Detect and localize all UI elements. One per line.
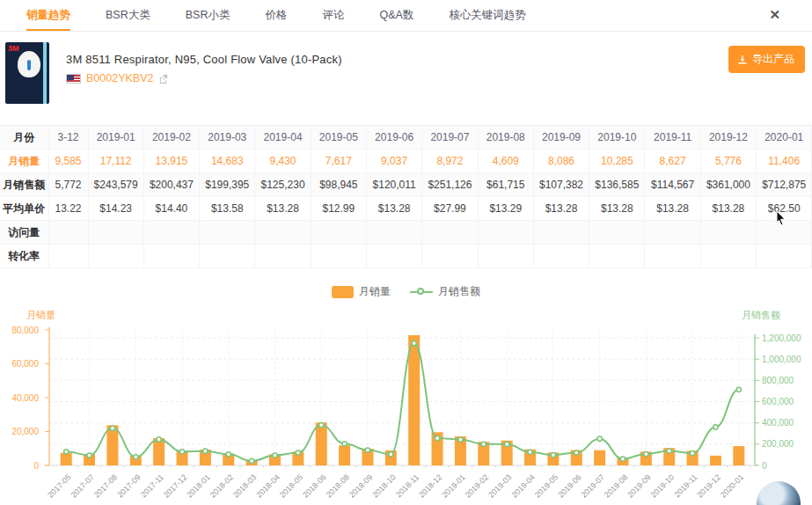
table-cell: $114,567 xyxy=(645,173,700,197)
svg-text:2019-12: 2019-12 xyxy=(695,472,721,499)
metrics-table-scroll-area[interactable]: 月份3-122019-012019-022019-032019-042019-0… xyxy=(0,125,812,268)
table-cell xyxy=(478,221,533,245)
svg-text:2017-11: 2017-11 xyxy=(139,472,165,499)
table-cell xyxy=(478,245,533,268)
tab-sales-trend[interactable]: 销量趋势 xyxy=(26,0,70,31)
table-cell xyxy=(645,221,700,245)
svg-text:800,000: 800,000 xyxy=(762,376,794,385)
svg-text:1,200,000: 1,200,000 xyxy=(762,333,801,343)
table-cell: $361,000 xyxy=(700,173,756,197)
table-cell: 13,915 xyxy=(143,150,199,173)
table-cell: 2019-06 xyxy=(366,126,421,150)
tab-bsr-main-category[interactable]: BSR大类 xyxy=(106,0,150,31)
legend-item-revenue[interactable]: 月销售额 xyxy=(410,284,480,299)
line-point-2019-05 xyxy=(551,452,555,457)
table-cell: 2019-02 xyxy=(143,126,199,150)
table-row: 月销量9,58517,11213,91514,6839,4307,6179,03… xyxy=(0,150,812,173)
table-cell: 2019-11 xyxy=(645,126,700,150)
svg-text:80,000: 80,000 xyxy=(11,326,39,335)
table-cell xyxy=(422,221,478,245)
svg-text:2018-05: 2018-05 xyxy=(278,472,304,499)
us-flag-icon xyxy=(66,74,81,84)
bar-2018-06 xyxy=(316,422,327,465)
table-cell xyxy=(366,221,421,245)
line-point-2018-11 xyxy=(412,340,416,345)
table-cell: 9,585 xyxy=(48,150,88,173)
metrics-table: 月份3-122019-012019-022019-032019-042019-0… xyxy=(0,125,812,268)
table-cell: 11,406 xyxy=(757,150,812,173)
tab-core-keyword-trend[interactable]: 核心关键词趋势 xyxy=(449,0,526,31)
product-title: 3M 8511 Respirator, N95, Cool Flow Valve… xyxy=(66,53,342,66)
line-point-2020-01 xyxy=(736,387,741,392)
table-cell: $125,230 xyxy=(255,173,311,197)
valve-shape xyxy=(27,60,31,70)
svg-text:200,000: 200,000 xyxy=(762,439,794,449)
table-cell: $200,437 xyxy=(143,173,199,197)
table-cell: 2019-01 xyxy=(88,126,143,150)
product-subline: B0002YKBV2 xyxy=(66,72,168,84)
svg-text:2017-05: 2017-05 xyxy=(46,472,72,499)
download-icon xyxy=(737,55,748,65)
close-icon[interactable]: ✕ xyxy=(769,8,780,21)
tab-qa-count[interactable]: Q&A数 xyxy=(379,0,413,31)
svg-text:20,000: 20,000 xyxy=(11,427,39,436)
table-cell: $12.99 xyxy=(311,197,366,221)
table-cell: 8,627 xyxy=(645,150,700,173)
asin-link[interactable]: B0002YKBV2 xyxy=(86,72,153,84)
table-cell: $98,945 xyxy=(311,173,366,197)
table-cell xyxy=(589,221,645,245)
table-cell xyxy=(311,245,366,268)
table-cell: $107,382 xyxy=(533,173,589,197)
table-cell xyxy=(200,221,255,245)
svg-text:2019-09: 2019-09 xyxy=(625,472,652,499)
bar-2020-01 xyxy=(733,446,744,465)
export-product-button[interactable]: 导出产品 xyxy=(728,46,805,73)
row-header: 转化率 xyxy=(0,245,48,268)
svg-text:月销量: 月销量 xyxy=(26,310,55,320)
table-cell xyxy=(366,245,421,268)
table-cell xyxy=(88,245,143,268)
line-point-2018-09 xyxy=(365,448,369,452)
table-cell xyxy=(422,245,478,268)
table-cell: 10,285 xyxy=(589,150,645,173)
svg-text:0: 0 xyxy=(762,461,767,471)
tab-reviews[interactable]: 评论 xyxy=(322,0,344,31)
svg-text:2019-06: 2019-06 xyxy=(556,472,582,499)
table-cell: 9,430 xyxy=(255,150,311,173)
line-point-2018-12 xyxy=(435,435,439,440)
line-point-2018-01 xyxy=(203,449,208,453)
svg-text:60,000: 60,000 xyxy=(11,359,39,369)
table-cell: 5,772 xyxy=(48,173,88,197)
bar-2018-08 xyxy=(339,445,350,465)
svg-text:2019-02: 2019-02 xyxy=(464,472,490,499)
svg-text:600,000: 600,000 xyxy=(762,397,794,406)
table-cell: $13.29 xyxy=(478,197,533,221)
bar-2019-12 xyxy=(710,456,721,465)
svg-text:2018-06: 2018-06 xyxy=(301,472,327,499)
table-cell xyxy=(589,245,645,268)
table-cell: $13.28 xyxy=(533,197,589,221)
table-cell: $13.28 xyxy=(700,197,756,221)
svg-text:2018-10: 2018-10 xyxy=(370,472,397,499)
svg-text:2019-05: 2019-05 xyxy=(533,472,560,499)
tab-price[interactable]: 价格 xyxy=(265,0,287,31)
line-point-2018-02 xyxy=(226,452,230,457)
table-row: 转化率 xyxy=(0,245,812,268)
svg-text:2017-08: 2017-08 xyxy=(92,472,119,499)
bar-2017-08 xyxy=(106,425,118,465)
line-point-2018-08 xyxy=(342,442,347,446)
line-point-2018-03 xyxy=(250,458,254,463)
line-point-2017-09 xyxy=(134,455,138,459)
svg-text:2018-04: 2018-04 xyxy=(254,472,281,499)
legend-item-sales[interactable]: 月销量 xyxy=(332,284,391,299)
table-cell: 2019-12 xyxy=(700,126,756,150)
line-point-2019-03 xyxy=(505,442,509,446)
table-cell: 9,037 xyxy=(366,150,421,173)
svg-text:2018-08: 2018-08 xyxy=(325,472,351,499)
mouse-cursor xyxy=(772,209,788,227)
external-link-icon[interactable] xyxy=(158,74,168,84)
product-image-stripe xyxy=(43,42,47,104)
brand-logo: 3M xyxy=(8,44,19,53)
table-cell: $27.99 xyxy=(422,197,478,221)
tab-bsr-sub-category[interactable]: BSR小类 xyxy=(186,0,230,31)
